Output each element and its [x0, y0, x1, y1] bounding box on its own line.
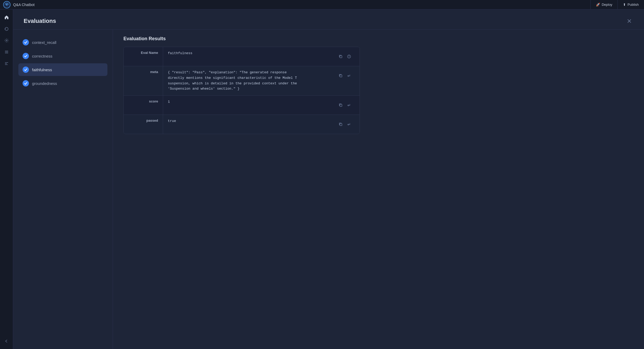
label-score: score: [124, 96, 163, 115]
value-text-score: 1: [168, 99, 335, 105]
eval-list: context_recall correctness faithfulness …: [13, 30, 113, 349]
svg-rect-15: [340, 75, 342, 77]
eval-label-faithfulness: faithfulness: [32, 68, 52, 72]
copy-score-button[interactable]: [337, 101, 344, 109]
topbar-left: Q&A Chatbot: [3, 1, 35, 8]
svg-point-14: [349, 56, 349, 56]
close-button[interactable]: [625, 17, 633, 25]
copy-passed-button[interactable]: [337, 121, 344, 128]
sidebar-item-back[interactable]: [2, 336, 11, 346]
eval-item-faithfulness[interactable]: faithfulness: [18, 63, 107, 76]
actions-score: [335, 99, 355, 111]
sidebar: [0, 9, 13, 349]
actions-passed: [335, 119, 355, 130]
enter-score-button[interactable]: [345, 101, 353, 109]
deploy-icon: 🚀: [596, 3, 600, 7]
info-eval-name-button[interactable]: [345, 53, 353, 60]
table-row-passed: passed true: [124, 115, 360, 134]
check-icon-groundedness: [23, 80, 29, 86]
eval-item-groundedness[interactable]: groundedness: [18, 77, 107, 90]
label-passed: passed: [124, 115, 163, 134]
sidebar-item-refresh[interactable]: [2, 24, 11, 34]
modal-body: context_recall correctness faithfulness …: [13, 30, 644, 349]
eval-label-context-recall: context_recall: [32, 40, 56, 45]
check-icon-context-recall: [23, 39, 29, 45]
check-icon-faithfulness: [23, 66, 29, 73]
topbar-actions: 🚀 Deploy ⬆ Publish: [590, 0, 644, 9]
svg-point-1: [6, 4, 8, 6]
svg-rect-17: [340, 124, 342, 126]
publish-button[interactable]: ⬆ Publish: [617, 0, 644, 9]
svg-point-2: [6, 40, 7, 41]
label-eval-name: Eval Name: [124, 47, 163, 66]
eval-label-groundedness: groundedness: [32, 81, 57, 86]
results-title: Evaluation Results: [123, 36, 633, 42]
app-logo-icon: [3, 1, 11, 8]
table-row-eval-name: Eval Name faithfulness: [124, 47, 360, 66]
eval-item-correctness[interactable]: correctness: [18, 50, 107, 62]
label-meta: meta: [124, 66, 163, 95]
table-row-score: score 1: [124, 96, 360, 115]
app-title: Q&A Chatbot: [13, 3, 35, 7]
actions-meta: [335, 70, 355, 81]
value-eval-name: faithfulness: [163, 47, 360, 66]
value-text-meta: { "result": "Pass", "explanation": "The …: [168, 70, 335, 92]
sidebar-item-list[interactable]: [2, 47, 11, 57]
value-score: 1: [163, 96, 360, 115]
enter-meta-button[interactable]: [345, 72, 353, 79]
value-meta: { "result": "Pass", "explanation": "The …: [163, 66, 360, 95]
publish-icon: ⬆: [623, 3, 626, 7]
svg-rect-16: [340, 104, 342, 106]
value-text-eval-name: faithfulness: [168, 51, 335, 56]
value-passed: true: [163, 115, 360, 134]
value-text-passed: true: [168, 119, 335, 124]
copy-meta-button[interactable]: [337, 72, 344, 79]
deploy-button[interactable]: 🚀 Deploy: [590, 0, 617, 9]
enter-passed-button[interactable]: [345, 121, 353, 128]
topbar: Q&A Chatbot 🚀 Deploy ⬆ Publish: [0, 0, 644, 9]
copy-eval-name-button[interactable]: [337, 53, 344, 60]
modal-title: Evaluations: [24, 18, 56, 24]
actions-eval-name: [335, 51, 355, 62]
modal-header: Evaluations: [13, 9, 644, 30]
eval-label-correctness: correctness: [32, 54, 53, 58]
check-icon-correctness: [23, 53, 29, 59]
table-row-meta: meta { "result": "Pass", "explanation": …: [124, 66, 360, 96]
results-table: Eval Name faithfulness: [123, 47, 360, 134]
sidebar-item-settings[interactable]: [2, 36, 11, 45]
svg-rect-11: [340, 56, 342, 58]
evaluations-modal: Evaluations context_recall correctness: [13, 9, 644, 349]
eval-item-context-recall[interactable]: context_recall: [18, 36, 107, 49]
eval-results-panel: Evaluation Results Eval Name faithfulnes…: [113, 30, 644, 349]
sidebar-item-home[interactable]: [2, 13, 11, 22]
sidebar-item-lines[interactable]: [2, 59, 11, 68]
